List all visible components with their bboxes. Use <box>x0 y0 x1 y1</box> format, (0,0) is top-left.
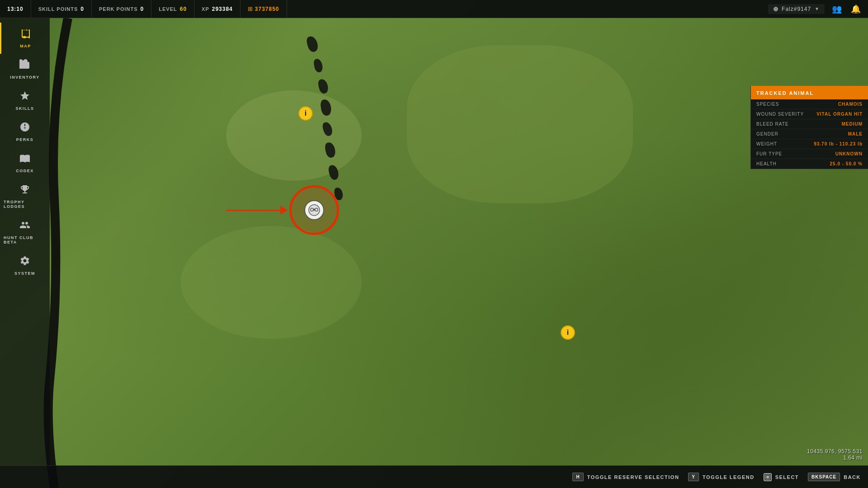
chevron-down-icon: ▼ <box>815 6 819 11</box>
level-value: 60 <box>180 6 187 12</box>
info-marker-2[interactable]: i <box>561 325 575 340</box>
tracked-row-health: HEALTH 25.0 - 50.0 % <box>751 159 868 169</box>
coordinates-display: 10435.976, 9575.531 1.64 mi <box>807 448 863 461</box>
back-action: BKSPACE BACK <box>808 473 861 481</box>
key-y-badge: Y <box>688 473 699 481</box>
svg-rect-7 <box>766 476 769 479</box>
sidebar-item-perks[interactable]: PERKS <box>0 116 50 147</box>
player-name: Falz#9147 <box>782 6 811 12</box>
svg-point-4 <box>311 209 313 211</box>
currency-section: ⊞ 3737850 <box>241 0 287 18</box>
inventory-icon <box>19 59 30 73</box>
distance-value: 1.64 mi <box>807 455 863 461</box>
toggle-reserve-label: TOGGLE RESERVE SELECTION <box>587 474 679 480</box>
tracked-animal-header: TRACKED ANIMAL <box>751 86 868 99</box>
sidebar-item-hunt-club[interactable]: HUNT CLUB BETA <box>0 214 50 250</box>
perk-points-section: PERK POINTS 0 <box>92 0 151 18</box>
skills-icon <box>19 90 30 104</box>
sidebar-label-system: SYSTEM <box>14 271 35 276</box>
select-label: SELECT <box>775 474 799 480</box>
friends-icon[interactable]: 👥 <box>830 2 844 16</box>
sidebar-item-map[interactable]: MAP <box>0 23 50 54</box>
perk-points-value: 0 <box>141 6 144 12</box>
tracked-row-species: SPECIES CHAMOIS <box>751 99 868 109</box>
toggle-legend-action: Y TOGGLE LEGEND <box>688 473 754 481</box>
tracked-row-weight: WEIGHT 93.70 lb - 110.23 lb <box>751 139 868 149</box>
xp-value: 293384 <box>212 6 233 12</box>
key-h-badge: H <box>572 473 583 481</box>
sidebar-label-inventory: INVENTORY <box>10 75 40 80</box>
tracked-row-wound: WOUND SEVERITY VITAL ORGAN HIT <box>751 109 868 119</box>
notifications-icon[interactable]: 🔔 <box>849 2 863 16</box>
trophy-lodges-icon <box>19 184 30 197</box>
toggle-legend-label: TOGGLE LEGEND <box>703 474 755 480</box>
hunt-club-icon <box>19 220 30 233</box>
tracked-animal-panel: TRACKED ANIMAL SPECIES CHAMOIS WOUND SEV… <box>750 86 868 169</box>
map-icon <box>20 28 31 42</box>
sidebar-label-perks: PERKS <box>16 137 34 142</box>
animal-icon <box>304 200 324 220</box>
perks-icon <box>19 122 30 135</box>
svg-rect-3 <box>313 209 315 211</box>
level-section: LEVEL 60 <box>151 0 194 18</box>
select-action: SELECT <box>764 473 799 481</box>
skill-points-value: 0 <box>80 6 84 12</box>
animal-direction-arrow <box>226 206 289 215</box>
animal-marker[interactable] <box>289 185 339 235</box>
toggle-reserve-action: H TOGGLE RESERVE SELECTION <box>572 473 679 481</box>
system-icon <box>19 255 30 269</box>
select-icon <box>764 473 772 481</box>
sidebar-item-codex[interactable]: CODEX <box>0 147 50 178</box>
player-status-dot <box>774 7 778 11</box>
player-section[interactable]: Falz#9147 ▼ <box>768 4 825 14</box>
tracked-row-bleed: BLEED RATE MEDIUM <box>751 119 868 129</box>
sidebar-item-inventory[interactable]: INVENTORY <box>0 54 50 85</box>
sidebar-label-codex: CODEX <box>16 169 34 173</box>
sidebar-item-skills[interactable]: SKILLS <box>0 85 50 116</box>
xp-section: XP 293384 <box>194 0 241 18</box>
skill-points-section: SKILL POINTS 0 <box>31 0 92 18</box>
tracked-row-gender: GENDER MALE <box>751 129 868 139</box>
codex-icon <box>19 153 30 166</box>
currency-icon: ⊞ <box>248 5 253 12</box>
back-label: BACK <box>844 474 861 480</box>
bottom-bar: H TOGGLE RESERVE SELECTION Y TOGGLE LEGE… <box>0 465 868 488</box>
coord-values: 10435.976, 9575.531 <box>807 448 863 455</box>
tracked-row-fur: FUR TYPE UNKNOWN <box>751 149 868 159</box>
top-bar: 13:10 SKILL POINTS 0 PERK POINTS 0 LEVEL… <box>0 0 868 18</box>
sidebar-item-system[interactable]: SYSTEM <box>0 250 50 281</box>
sidebar-label-trophy-lodges: TROPHY LODGES <box>4 200 46 209</box>
sidebar-label-hunt-club: HUNT CLUB BETA <box>4 235 46 244</box>
svg-point-5 <box>316 209 318 211</box>
map-container[interactable]: i i <box>0 18 868 465</box>
sidebar: MAP INVENTORY SKILLS PERKS C <box>0 18 50 465</box>
currency-value: 3737850 <box>255 6 279 12</box>
time-section: 13:10 <box>0 0 31 18</box>
sidebar-item-trophy-lodges[interactable]: TROPHY LODGES <box>0 178 50 214</box>
top-bar-right: Falz#9147 ▼ 👥 🔔 <box>768 2 868 16</box>
sidebar-label-map: MAP <box>20 44 31 48</box>
key-bkspace-badge: BKSPACE <box>808 473 840 481</box>
sidebar-label-skills: SKILLS <box>15 106 34 111</box>
info-marker-1[interactable]: i <box>298 106 313 121</box>
game-time: 13:10 <box>7 6 24 12</box>
